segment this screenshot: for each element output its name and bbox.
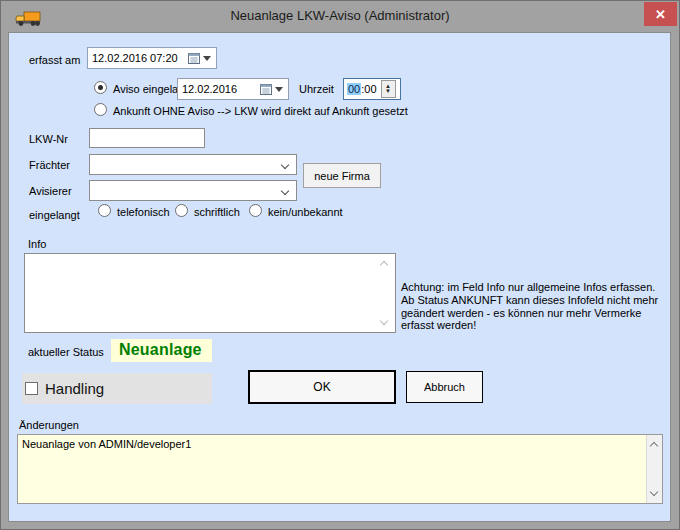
lkw-nr-input[interactable] bbox=[89, 128, 205, 148]
erfasst-am-datetimepicker[interactable]: 12.02.2016 07:20 bbox=[87, 47, 217, 69]
window-title: Neuanlage LKW-Aviso (Administrator) bbox=[0, 8, 680, 23]
calendar-icon bbox=[260, 84, 272, 95]
warning-line: erfasst werden! bbox=[401, 319, 663, 332]
avisierer-label: Avisierer bbox=[29, 185, 72, 198]
fraechter-label: Frächter bbox=[29, 159, 70, 172]
title-bar[interactable]: Neuanlage LKW-Aviso (Administrator) ✕ bbox=[0, 0, 680, 32]
scroll-up-icon[interactable] bbox=[380, 261, 388, 269]
erfasst-am-value: 12.02.2016 07:20 bbox=[88, 52, 188, 64]
calendar-icon bbox=[188, 53, 200, 64]
dialog-window: Neuanlage LKW-Aviso (Administrator) ✕ er… bbox=[0, 0, 680, 530]
aviso-eingelangt-radio[interactable] bbox=[94, 81, 107, 94]
erfasst-am-label: erfasst am bbox=[29, 54, 80, 67]
info-label: Info bbox=[28, 238, 46, 251]
aenderungen-value: Neuanlage von ADMIN/developer1 bbox=[22, 438, 191, 451]
ok-button[interactable]: OK bbox=[248, 370, 396, 404]
eingelangt-schriftlich-radio[interactable] bbox=[175, 204, 188, 217]
dialog-body: erfasst am 12.02.2016 07:20 Aviso eingel… bbox=[8, 32, 671, 522]
handling-label: Handling bbox=[45, 380, 104, 397]
handling-checkbox[interactable] bbox=[25, 382, 38, 395]
eingelangt-label: eingelangt bbox=[29, 209, 80, 222]
info-textarea[interactable] bbox=[24, 253, 396, 333]
eingelangt-kein-unbekannt-radio[interactable] bbox=[249, 204, 262, 217]
combo-chevron-down-icon bbox=[281, 187, 289, 195]
eingelangt-telefonisch-label: telefonisch bbox=[117, 206, 170, 219]
warning-line: geändert werden - es können nur mehr Ver… bbox=[401, 307, 663, 320]
ankunft-ohne-aviso-radio[interactable] bbox=[94, 103, 107, 116]
ankunft-ohne-aviso-label: Ankunft OHNE Aviso --> LKW wird direkt a… bbox=[113, 105, 408, 118]
ok-label: OK bbox=[313, 380, 330, 394]
scroll-down-icon[interactable] bbox=[650, 488, 658, 496]
handling-panel: Handling bbox=[22, 373, 212, 404]
dropdown-arrow-icon bbox=[275, 87, 283, 92]
aviso-datepicker[interactable]: 12.02.2016 bbox=[177, 78, 289, 100]
uhrzeit-timepicker[interactable]: 00:00 ▲▼ bbox=[343, 78, 401, 100]
aenderungen-label: Änderungen bbox=[19, 419, 79, 432]
dropdown-arrow-icon bbox=[203, 56, 211, 61]
time-minutes-value[interactable]: 00 bbox=[364, 83, 376, 95]
fraechter-combobox[interactable] bbox=[89, 154, 297, 175]
aktueller-status-label: aktueller Status bbox=[28, 346, 104, 359]
eingelangt-kein-unbekannt-label: kein/unbekannt bbox=[268, 206, 343, 219]
lkw-nr-label: LKW-Nr bbox=[29, 133, 68, 146]
time-hours-value[interactable]: 00 bbox=[347, 83, 361, 95]
close-icon: ✕ bbox=[655, 7, 666, 22]
warning-line: Ab Status ANKUNFT kann dieses Infofeld n… bbox=[401, 294, 663, 307]
eingelangt-telefonisch-radio[interactable] bbox=[98, 204, 111, 217]
abbruch-label: Abbruch bbox=[424, 381, 465, 393]
neue-firma-button[interactable]: neue Firma bbox=[303, 163, 381, 188]
close-button[interactable]: ✕ bbox=[644, 2, 677, 26]
aenderungen-textarea[interactable]: Neuanlage von ADMIN/developer1 bbox=[17, 434, 663, 504]
spinner-down-icon: ▼ bbox=[385, 89, 391, 94]
abbruch-button[interactable]: Abbruch bbox=[406, 371, 483, 403]
warning-line: Achtung: im Feld Info nur allgemeine Inf… bbox=[401, 281, 663, 294]
time-spinner[interactable]: ▲▼ bbox=[381, 80, 396, 98]
avisierer-combobox[interactable] bbox=[89, 180, 297, 201]
status-badge: Neuanlage bbox=[111, 339, 212, 362]
combo-chevron-down-icon bbox=[281, 161, 289, 169]
uhrzeit-label: Uhrzeit bbox=[299, 83, 334, 96]
scrollbar[interactable] bbox=[646, 435, 662, 503]
eingelangt-schriftlich-label: schriftlich bbox=[194, 206, 240, 219]
neue-firma-label: neue Firma bbox=[314, 170, 370, 182]
info-warning-text: Achtung: im Feld Info nur allgemeine Inf… bbox=[401, 281, 663, 332]
aviso-date-value: 12.02.2016 bbox=[178, 83, 260, 95]
scroll-down-icon[interactable] bbox=[380, 317, 388, 325]
scroll-up-icon[interactable] bbox=[650, 442, 658, 450]
